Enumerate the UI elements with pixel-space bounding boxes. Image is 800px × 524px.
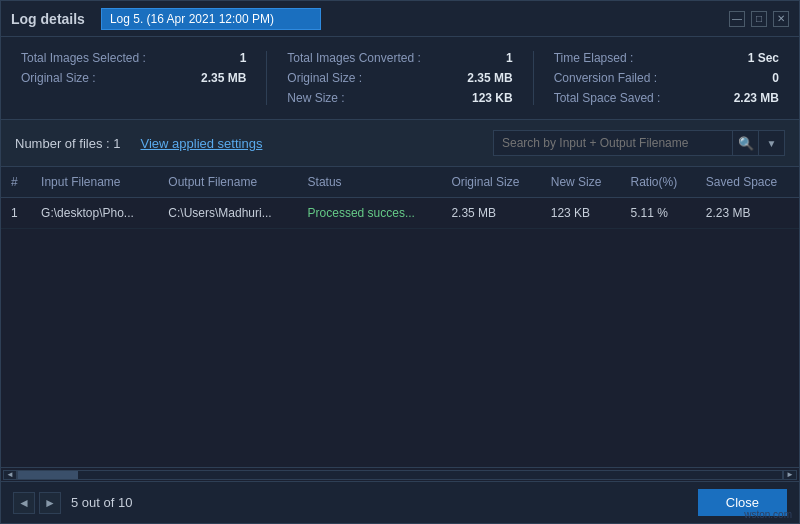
col-header-saved: Saved Space — [696, 167, 799, 198]
value-original-size-2: 2.35 MB — [467, 71, 512, 85]
col-header-original: Original Size — [441, 167, 540, 198]
scrollbar-track[interactable] — [17, 470, 783, 480]
toolbar: Number of files : 1 View applied setting… — [1, 120, 799, 167]
log-details-window: Log details Log 5. (16 Apr 2021 12:00 PM… — [0, 0, 800, 524]
value-total-converted: 1 — [506, 51, 513, 65]
value-total-selected: 1 — [240, 51, 247, 65]
col-header-ratio: Ratio(%) — [621, 167, 696, 198]
minimize-button[interactable]: — — [729, 11, 745, 27]
cell-5: 123 KB — [541, 198, 621, 229]
stats-row-saved: Total Space Saved : 2.23 MB — [554, 91, 779, 105]
footer: ◄ ► 5 out of 10 Close — [1, 481, 799, 523]
window-title: Log details — [11, 11, 85, 27]
stats-row-original-size-2: Original Size : 2.35 MB — [287, 71, 512, 85]
files-table-container[interactable]: # Input Filename Output Filename Status … — [1, 167, 799, 467]
value-conversion-failed: 0 — [772, 71, 779, 85]
stats-row-time: Time Elapsed : 1 Sec — [554, 51, 779, 65]
cell-4: 2.35 MB — [441, 198, 540, 229]
files-count-label: Number of files : 1 — [15, 136, 121, 151]
cell-6: 5.11 % — [621, 198, 696, 229]
close-window-button[interactable]: ✕ — [773, 11, 789, 27]
search-icon-button[interactable]: 🔍 — [733, 130, 759, 156]
col-header-num: # — [1, 167, 31, 198]
label-conversion-failed: Conversion Failed : — [554, 71, 657, 85]
stats-row-original-size-1: Original Size : 2.35 MB — [21, 71, 246, 85]
label-total-converted: Total Images Converted : — [287, 51, 420, 65]
stats-row-new-size: New Size : 123 KB — [287, 91, 512, 105]
stats-row-failed: Conversion Failed : 0 — [554, 71, 779, 85]
stats-row-selected: Total Images Selected : 1 — [21, 51, 246, 65]
value-total-saved: 2.23 MB — [734, 91, 779, 105]
col-header-output: Output Filename — [158, 167, 297, 198]
next-page-button[interactable]: ► — [39, 492, 61, 514]
label-total-selected: Total Images Selected : — [21, 51, 146, 65]
stats-col-3: Time Elapsed : 1 Sec Conversion Failed :… — [534, 51, 779, 105]
cell-7: 2.23 MB — [696, 198, 799, 229]
stats-col-2: Total Images Converted : 1 Original Size… — [267, 51, 533, 105]
stats-row-converted: Total Images Converted : 1 — [287, 51, 512, 65]
label-new-size: New Size : — [287, 91, 344, 105]
label-total-saved: Total Space Saved : — [554, 91, 661, 105]
value-time-elapsed: 1 Sec — [748, 51, 779, 65]
col-header-status: Status — [298, 167, 442, 198]
value-original-size-1: 2.35 MB — [201, 71, 246, 85]
col-header-input: Input Filename — [31, 167, 158, 198]
cell-2: C:\Users\Madhuri... — [158, 198, 297, 229]
scrollbar-thumb[interactable] — [18, 471, 78, 479]
window-controls: — □ ✕ — [729, 11, 789, 27]
scroll-right-arrow[interactable]: ► — [783, 470, 797, 480]
title-bar: Log details Log 5. (16 Apr 2021 12:00 PM… — [1, 1, 799, 37]
stats-col-1: Total Images Selected : 1 Original Size … — [21, 51, 267, 105]
maximize-button[interactable]: □ — [751, 11, 767, 27]
log-selector-wrapper: Log 5. (16 Apr 2021 12:00 PM) Log 4. (15… — [101, 8, 321, 30]
search-dropdown-button[interactable]: ▼ — [759, 130, 785, 156]
log-select[interactable]: Log 5. (16 Apr 2021 12:00 PM) Log 4. (15… — [101, 8, 321, 30]
col-header-new: New Size — [541, 167, 621, 198]
cell-0: 1 — [1, 198, 31, 229]
page-info: 5 out of 10 — [71, 495, 132, 510]
search-input[interactable] — [493, 130, 733, 156]
view-settings-link[interactable]: View applied settings — [141, 136, 263, 151]
table-header-row: # Input Filename Output Filename Status … — [1, 167, 799, 198]
search-area: 🔍 ▼ — [493, 130, 785, 156]
close-button[interactable]: Close — [698, 489, 787, 516]
value-new-size: 123 KB — [472, 91, 513, 105]
label-time-elapsed: Time Elapsed : — [554, 51, 634, 65]
table-row: 1G:\desktop\Pho...C:\Users\Madhuri...Pro… — [1, 198, 799, 229]
cell-3: Processed succes... — [298, 198, 442, 229]
horizontal-scrollbar[interactable]: ◄ ► — [1, 467, 799, 481]
prev-page-button[interactable]: ◄ — [13, 492, 35, 514]
stats-panel: Total Images Selected : 1 Original Size … — [1, 37, 799, 120]
cell-1: G:\desktop\Pho... — [31, 198, 158, 229]
scroll-left-arrow[interactable]: ◄ — [3, 470, 17, 480]
label-original-size-1: Original Size : — [21, 71, 96, 85]
files-table: # Input Filename Output Filename Status … — [1, 167, 799, 229]
label-original-size-2: Original Size : — [287, 71, 362, 85]
